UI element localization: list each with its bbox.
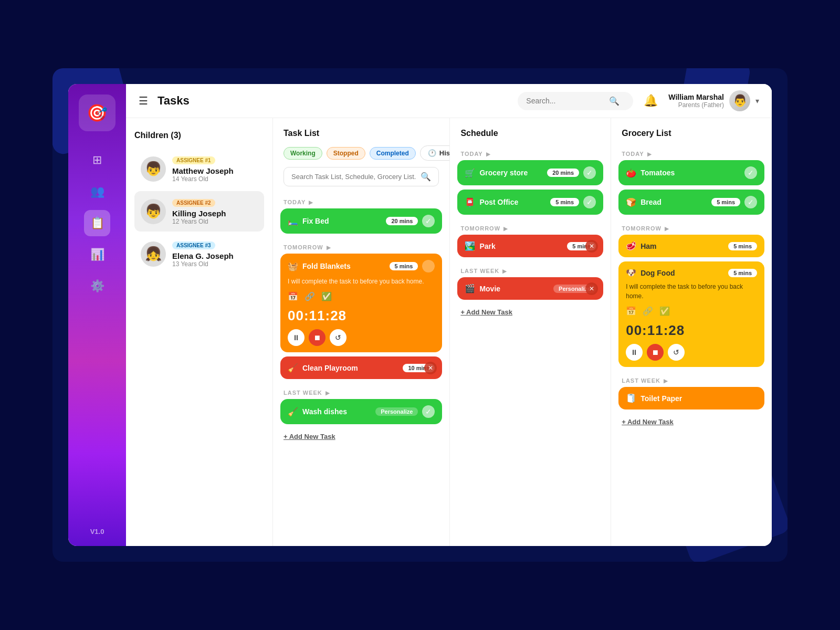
task-section-lastweek: LAST WEEK ▶ (280, 383, 442, 399)
task-search-bar[interactable]: 🔍 (284, 167, 439, 186)
child-name-1: Matthew Joseph (172, 166, 258, 175)
search-bar[interactable]: 🔍 (518, 92, 633, 110)
task-search-icon: 🔍 (421, 172, 431, 182)
task-card-fix-bed[interactable]: 🛏️ Fix Bed 20 mins ✓ (280, 208, 442, 234)
task-emoji: 🎬 (465, 284, 475, 293)
grocery-bread[interactable]: 🍞 Bread 5 mins ✓ (618, 190, 764, 215)
left-navigation: 🎯 ⊞ 👥 📋 📊 ⚙️ V1.0 (68, 84, 126, 546)
task-check[interactable]: ✓ (583, 166, 596, 179)
grocery-list-column: Grocery List TODAY ▶ 🍅 Tomatoes ✓ (611, 118, 772, 546)
grocery-ham[interactable]: 🥩 Ham 5 mins (618, 235, 764, 257)
nav-icon-settings[interactable]: ⚙️ (84, 273, 110, 299)
child-age-3: 13 Years Old (172, 260, 258, 268)
task-name: Clean Playroom (302, 364, 398, 372)
child-age-1: 14 Years Old (172, 175, 258, 183)
task-stop-button[interactable]: ⏹ (309, 329, 326, 346)
task-timer: 00:11:28 (626, 322, 757, 339)
task-name: Tomatoes (640, 169, 740, 177)
child-info-2: ASSIGNEE #2 Killing Joseph 12 Years Old (172, 197, 258, 225)
filter-completed[interactable]: Completed (370, 147, 416, 160)
schedule-post-office[interactable]: 📮 Post Office 5 mins ✓ (457, 190, 603, 215)
schedule-movie[interactable]: ✕ 🎬 Movie Personalize (457, 277, 603, 300)
child-card-1[interactable]: 👦 ASSIGNEE #1 Matthew Joseph 14 Years Ol… (134, 149, 264, 189)
schedule-section-today: TODAY ▶ (457, 144, 603, 160)
filter-working[interactable]: Working (284, 147, 322, 160)
task-check[interactable]: ✓ (422, 405, 435, 418)
search-input[interactable] (526, 97, 605, 105)
task-card-clean-playroom[interactable]: ✕ 🧹 Clean Playroom 10 mins (280, 356, 442, 379)
task-check[interactable] (422, 260, 435, 272)
user-chevron-icon[interactable]: ▾ (755, 97, 759, 105)
task-meta-icons: 📅 🔗 ✅ (626, 306, 757, 316)
task-check[interactable]: ✓ (583, 196, 596, 208)
assignee-badge-2: ASSIGNEE #2 (172, 199, 215, 207)
task-meta-link: 🔗 (304, 291, 315, 301)
grocery-scroll[interactable]: TODAY ▶ 🍅 Tomatoes ✓ (611, 138, 772, 546)
task-check[interactable]: ✓ (422, 215, 435, 227)
task-search-input[interactable] (291, 173, 416, 181)
child-info-1: ASSIGNEE #1 Matthew Joseph 14 Years Old (172, 155, 258, 183)
task-name: Ham (640, 242, 724, 250)
task-emoji: 📮 (465, 197, 475, 207)
task-emoji: 🧻 (626, 393, 636, 403)
task-emoji: 🧹 (288, 363, 298, 373)
task-stop-button[interactable]: ⏹ (647, 344, 664, 361)
grocery-add-task[interactable]: + Add New Task (618, 414, 764, 430)
task-delete-icon[interactable]: ✕ (424, 362, 437, 374)
schedule-park[interactable]: ✕ 🏞️ Park 5 mins (457, 235, 603, 257)
app-logo: 🎯 (79, 94, 116, 131)
child-name-3: Elena G. Joseph (172, 251, 258, 260)
notification-bell[interactable]: 🔔 (644, 94, 658, 108)
task-meta-icons: 📅 🔗 ✅ (288, 291, 435, 301)
task-delete-icon[interactable]: ✕ (585, 282, 598, 295)
task-pause-button[interactable]: ⏸ (288, 329, 304, 346)
child-avatar-1: 👦 (141, 156, 166, 182)
task-time: 5 mins (390, 262, 418, 270)
task-list-scroll[interactable]: TODAY ▶ 🛏️ Fix Bed 20 mins ✓ (273, 193, 449, 546)
child-card-3[interactable]: 👧 ASSIGNEE #3 Elena G. Joseph 13 Years O… (134, 234, 264, 274)
user-info: William Marshal Parents (Father) 👨 ▾ (668, 90, 759, 111)
grocery-tomatoes[interactable]: 🍅 Tomatoes ✓ (618, 160, 764, 185)
task-time: 20 mins (386, 217, 418, 225)
task-meta-link: 🔗 (643, 306, 653, 316)
task-name: Movie (479, 285, 549, 293)
filter-stopped[interactable]: Stopped (327, 147, 365, 160)
task-delete-icon[interactable]: ✕ (585, 240, 598, 253)
task-pause-button[interactable]: ⏸ (626, 344, 643, 361)
child-info-3: ASSIGNEE #3 Elena G. Joseph 13 Years Old (172, 240, 258, 268)
history-button[interactable]: 🕐 History (420, 145, 450, 161)
grocery-dog-food[interactable]: 🐶 Dog Food 5 mins I will complete the ta… (618, 261, 764, 367)
task-check[interactable]: ✓ (744, 196, 757, 208)
nav-icon-grid[interactable]: ⊞ (84, 147, 110, 173)
task-emoji: 🛏️ (288, 216, 298, 226)
nav-icon-tasks[interactable]: 📋 (84, 210, 110, 236)
schedule-add-task[interactable]: + Add New Task (457, 304, 603, 320)
menu-icon[interactable]: ☰ (139, 94, 148, 107)
schedule-grocery[interactable]: 🛒 Grocery store 20 mins ✓ (457, 160, 603, 185)
task-time: 5 mins (728, 269, 757, 277)
children-title: Children (3) (134, 131, 264, 140)
task-section-today: TODAY ▶ (280, 193, 442, 208)
nav-icon-chart[interactable]: 📊 (84, 242, 110, 268)
task-emoji: 🛒 (465, 168, 475, 178)
nav-icon-people[interactable]: 👥 (84, 178, 110, 205)
child-name-2: Killing Joseph (172, 209, 258, 218)
task-meta-calendar: 📅 (288, 291, 298, 301)
task-check[interactable]: ✓ (744, 166, 757, 179)
schedule-scroll[interactable]: TODAY ▶ 🛒 Grocery store 20 mins ✓ (450, 138, 611, 546)
add-task-link[interactable]: + Add New Task (280, 428, 442, 445)
task-desc: I will complete the task to before you b… (288, 277, 435, 286)
history-label: History (439, 149, 450, 157)
task-meta-check: ✅ (321, 291, 332, 301)
task-card-fold-blankets[interactable]: 🧺 Fold Blankets 5 mins I will complete t… (280, 254, 442, 352)
grocery-toilet-paper[interactable]: 🧻 Toilet Paper (618, 387, 764, 410)
task-restart-button[interactable]: ↺ (668, 344, 685, 361)
task-section-tomorrow: TOMORROW ▶ (280, 238, 442, 254)
task-restart-button[interactable]: ↺ (330, 329, 346, 346)
task-meta-calendar: 📅 (626, 306, 636, 316)
filter-row: Working Stopped Completed 🕐 History (273, 138, 449, 161)
task-emoji: 🍅 (626, 168, 636, 178)
task-desc: I will complete the task to before you b… (626, 282, 757, 301)
child-card-2[interactable]: 👦 ASSIGNEE #2 Killing Joseph 12 Years Ol… (134, 191, 264, 232)
task-card-wash-dishes[interactable]: 🧹 Wash dishes Personalize ✓ (280, 399, 442, 424)
